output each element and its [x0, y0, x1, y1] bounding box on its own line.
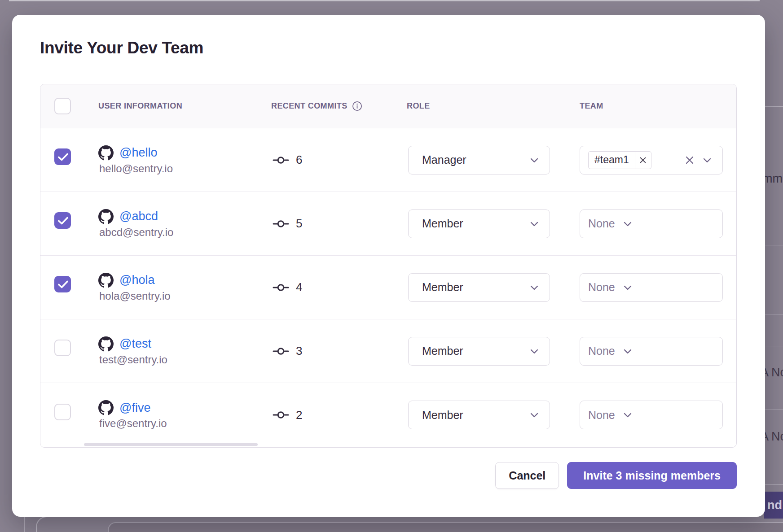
github-icon — [98, 400, 114, 415]
background-button-fragment: nd — [764, 492, 783, 519]
role-select-value: Member — [422, 409, 463, 422]
chevron-down-icon — [702, 155, 713, 166]
info-icon[interactable] — [352, 101, 362, 111]
commit-count: 3 — [296, 344, 302, 358]
team-select[interactable]: None — [580, 273, 723, 302]
role-select[interactable]: Manager — [408, 146, 550, 174]
column-header-team: TEAM — [580, 101, 737, 111]
user-email: test@sentry.io — [99, 353, 271, 366]
chevron-down-icon — [622, 218, 633, 229]
team-none-value: None — [588, 217, 615, 230]
column-header-recent-commits: RECENT COMMITS — [271, 101, 407, 111]
commit-count: 5 — [296, 217, 302, 231]
row-checkbox[interactable] — [54, 404, 71, 420]
background-row-divider — [765, 484, 783, 485]
invite-dev-team-modal: Invite Your Dev Team USER INFORMATION RE… — [12, 15, 765, 517]
github-handle-link[interactable]: @hello — [119, 146, 157, 160]
row-checkbox[interactable] — [54, 276, 71, 292]
invite-members-table: USER INFORMATION RECENT COMMITS ROLE TEA… — [40, 84, 737, 448]
github-handle-link[interactable]: @hola — [119, 273, 154, 287]
user-email: five@sentry.io — [99, 417, 271, 430]
background-row-divider — [765, 314, 783, 314]
page: { "modal": { "title": "Invite Your Dev T… — [0, 0, 783, 532]
column-header-user-information: USER INFORMATION — [98, 101, 271, 111]
github-icon — [98, 336, 114, 352]
chevron-down-icon — [622, 410, 633, 420]
background-page-edge — [9, 0, 760, 1]
select-all-checkbox[interactable] — [54, 98, 71, 114]
github-handle-link[interactable]: @five — [119, 401, 150, 415]
table-header-row: USER INFORMATION RECENT COMMITS ROLE TEA… — [40, 84, 736, 128]
row-checkbox[interactable] — [54, 148, 71, 165]
team-select[interactable]: #team1 — [580, 146, 723, 174]
team-none-value: None — [588, 281, 615, 294]
background-row-divider — [765, 277, 783, 277]
clear-team-icon[interactable] — [685, 155, 695, 165]
background-row-divider — [765, 72, 783, 72]
role-select[interactable]: Member — [408, 273, 550, 302]
team-chip: #team1 — [588, 151, 651, 169]
modal-title: Invite Your Dev Team — [40, 39, 203, 57]
column-header-role: ROLE — [407, 101, 580, 111]
background-row-divider — [765, 106, 783, 107]
background-text-fragment: mmit — [762, 172, 783, 186]
commit-count: 4 — [296, 280, 302, 294]
git-commit-icon — [273, 282, 289, 293]
role-select[interactable]: Member — [408, 401, 550, 429]
chevron-down-icon — [529, 410, 540, 420]
chevron-down-icon — [529, 346, 540, 357]
github-icon — [98, 145, 114, 161]
chevron-down-icon — [622, 282, 633, 293]
background-row-divider — [765, 346, 783, 346]
cancel-button[interactable]: Cancel — [495, 462, 559, 489]
git-commit-icon — [273, 155, 289, 166]
git-commit-icon — [273, 410, 289, 420]
user-email: abcd@sentry.io — [99, 226, 271, 239]
team-none-value: None — [588, 409, 615, 422]
role-select-value: Member — [422, 281, 463, 294]
role-select[interactable]: Member — [408, 337, 550, 366]
user-email: hola@sentry.io — [99, 290, 271, 302]
role-select-value: Member — [422, 344, 463, 358]
horizontal-scrollbar-thumb[interactable] — [84, 443, 258, 446]
user-email: hello@sentry.io — [99, 162, 271, 175]
background-card-outline — [108, 522, 783, 532]
github-icon — [98, 209, 114, 224]
background-row-divider — [765, 245, 783, 245]
team-select[interactable]: None — [580, 401, 723, 429]
role-select-value: Member — [422, 217, 463, 230]
remove-team-icon[interactable] — [635, 152, 651, 169]
team-none-value: None — [588, 344, 615, 358]
chevron-down-icon — [529, 155, 540, 166]
chevron-down-icon — [529, 282, 540, 293]
team-select[interactable]: None — [580, 209, 723, 238]
github-icon — [98, 273, 114, 288]
table-row: @test test@sentry.io 3 Member None — [40, 319, 736, 383]
team-chip-label: #team1 — [589, 152, 635, 169]
invite-missing-members-button[interactable]: Invite 3 missing members — [567, 462, 737, 489]
modal-footer: Cancel Invite 3 missing members — [495, 462, 737, 489]
role-select-value: Manager — [422, 153, 466, 166]
table-row: @hello hello@sentry.io 6 Manager #team1 — [40, 128, 736, 192]
chevron-down-icon — [622, 346, 633, 357]
role-select[interactable]: Member — [408, 209, 550, 238]
table-row: @hola hola@sentry.io 4 Member None — [40, 256, 736, 319]
chevron-down-icon — [529, 218, 540, 229]
table-row: @abcd abcd@sentry.io 5 Member None — [40, 192, 736, 256]
git-commit-icon — [273, 218, 289, 229]
background-row-divider — [765, 410, 783, 410]
row-checkbox[interactable] — [54, 212, 71, 229]
row-checkbox[interactable] — [54, 340, 71, 356]
table-body: @hello hello@sentry.io 6 Manager #team1 — [40, 128, 736, 447]
git-commit-icon — [273, 346, 289, 357]
table-row: @five five@sentry.io 2 Member None — [40, 383, 736, 447]
commit-count: 6 — [296, 153, 302, 167]
team-select[interactable]: None — [580, 337, 723, 366]
github-handle-link[interactable]: @abcd — [119, 209, 158, 223]
commit-count: 2 — [296, 408, 302, 422]
github-handle-link[interactable]: @test — [119, 337, 151, 351]
